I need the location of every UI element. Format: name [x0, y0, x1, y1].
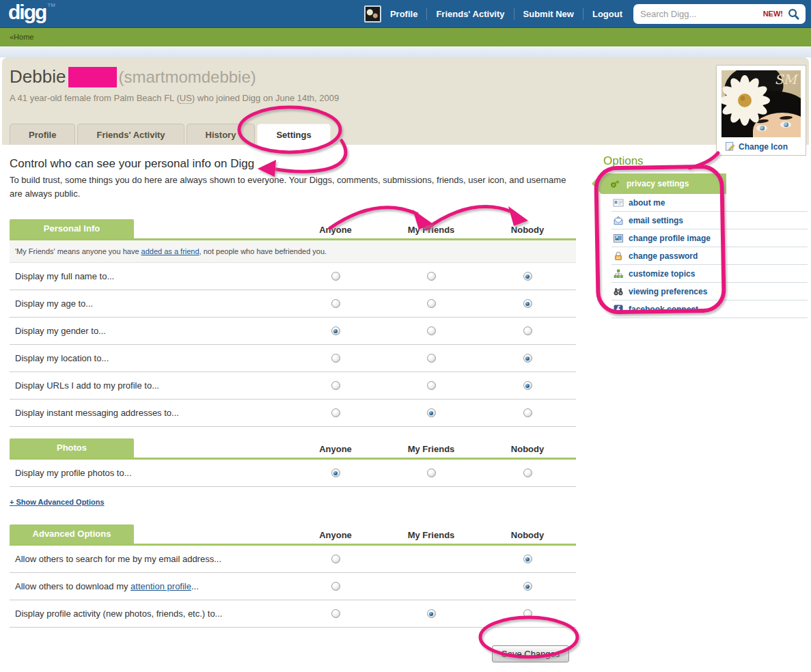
sidebar-item-label: customize topics — [629, 269, 695, 279]
nav-link-friends-activity[interactable]: Friends' Activity — [436, 9, 504, 19]
radio-nobody-allow-others-to-download[interactable] — [523, 582, 532, 591]
sidebar-item-viewing-preferences[interactable]: viewing preferences — [611, 283, 808, 300]
radio-anyone-allow-others-to-download[interactable] — [331, 582, 340, 591]
change-icon-link[interactable]: Change Icon — [721, 141, 801, 152]
added-as-a-friend-link[interactable]: added as a friend — [141, 247, 200, 255]
radio-anyone-display-my-profile-photo[interactable] — [331, 468, 340, 477]
intro-text: To build trust, some things you do here … — [10, 173, 573, 200]
sidebar-item-change-password[interactable]: change password — [611, 247, 808, 265]
radio-cell — [383, 272, 479, 281]
search-icon[interactable] — [787, 8, 800, 20]
image-icon — [613, 233, 624, 244]
nav-link-logout[interactable]: Logout — [592, 9, 622, 19]
radio-cell — [383, 609, 479, 618]
new-badge: NEW! — [763, 10, 783, 18]
radio-anyone-display-my-location-to[interactable] — [331, 354, 340, 363]
envelope-icon — [613, 215, 624, 226]
sidebar-item-label: change profile image — [629, 234, 711, 243]
breadcrumb[interactable]: «Home — [0, 28, 811, 46]
radio-nobody-display-profile-activity[interactable] — [523, 609, 532, 618]
sidebar-item-label: facebook connect — [629, 305, 698, 314]
radio-nobody-display-my-age-to[interactable] — [523, 299, 532, 308]
radio-anyone-display-my-full-name-to[interactable] — [331, 272, 340, 281]
radio-nobody-display-urls-i-add-to-my[interactable] — [523, 381, 532, 390]
radio-anyone-display-my-age-to[interactable] — [331, 299, 340, 308]
search-box[interactable]: NEW! — [633, 4, 806, 24]
header-divider-strip — [0, 46, 811, 57]
sidebar-item-label: about me — [629, 198, 665, 208]
attention-profile-link[interactable]: attention profile — [130, 581, 191, 591]
profile-avatar-image: SM — [721, 70, 801, 137]
privacy-row: Allow others to download my attention pr… — [10, 573, 576, 600]
radio-nobody-allow-others-to-search-f[interactable] — [523, 555, 532, 563]
sidebar-item-facebook-connect[interactable]: facebook connect — [611, 300, 808, 318]
user-avatar-thumb-icon[interactable] — [364, 5, 381, 23]
column-header-my-friends: My Friends — [383, 444, 479, 458]
trademark-symbol: TM — [47, 2, 55, 8]
radio-nobody-display-my-full-name-to[interactable] — [523, 272, 532, 281]
sidebar-item-privacy-settings[interactable]: privacy settings — [592, 173, 726, 194]
radio-nobody-display-my-profile-photo[interactable] — [523, 468, 532, 477]
radio-anyone-display-my-gender-to[interactable] — [331, 326, 340, 335]
radio-anyone-display-profile-activity[interactable] — [331, 609, 340, 618]
radio-my-friends-display-my-gender-to[interactable] — [427, 326, 436, 335]
nav-separator — [426, 8, 427, 20]
column-header-anyone: Anyone — [288, 530, 383, 544]
binoculars-icon — [613, 286, 624, 297]
sidebar-item-customize-topics[interactable]: customize topics — [611, 265, 808, 283]
country-abbrev[interactable]: US — [180, 93, 192, 104]
radio-anyone-display-instant-messagin[interactable] — [331, 408, 340, 417]
privacy-row: Display my gender to... — [10, 318, 576, 345]
tab-profile[interactable]: Profile — [10, 124, 75, 145]
nav-link-submit-new[interactable]: Submit New — [523, 9, 574, 19]
profile-tabs: ProfileFriends' ActivityHistorySettings — [10, 124, 331, 145]
radio-my-friends-display-my-location-to[interactable] — [427, 354, 436, 363]
show-advanced-options-link[interactable]: + Show Advanced Options — [10, 498, 105, 506]
radio-my-friends-display-instant-messagin[interactable] — [427, 408, 436, 417]
privacy-row: Display URLs I add to my profile to... — [10, 372, 576, 400]
save-changes-button[interactable]: Save Changes — [492, 645, 569, 662]
nav-separator — [514, 8, 514, 20]
options-sidebar: Options privacy settings about meemail s… — [591, 150, 811, 318]
avatar-monogram: SM — [775, 72, 797, 87]
radio-anyone-display-urls-i-add-to-my[interactable] — [331, 381, 340, 390]
column-header-my-friends: My Friends — [383, 225, 479, 238]
tab-history[interactable]: History — [187, 124, 256, 145]
sidebar-item-about-me[interactable]: about me — [611, 194, 808, 212]
radio-cell — [479, 555, 576, 563]
radio-cell — [383, 408, 479, 417]
sidebar-item-change-profile-image[interactable]: change profile image — [611, 229, 808, 247]
radio-cell — [383, 326, 479, 335]
radio-my-friends-display-my-age-to[interactable] — [427, 299, 436, 308]
radio-cell — [288, 582, 383, 591]
radio-my-friends-display-my-profile-photo[interactable] — [427, 468, 436, 477]
radio-my-friends-display-profile-activity[interactable] — [427, 609, 436, 618]
nav-link-profile[interactable]: Profile — [390, 9, 417, 19]
radio-cell — [479, 354, 576, 363]
sidebar-item-email-settings[interactable]: email settings — [611, 212, 808, 229]
key-icon — [609, 178, 620, 189]
radio-anyone-allow-others-to-search-f[interactable] — [331, 555, 340, 563]
daisy-flower — [721, 70, 771, 128]
radio-cell — [479, 381, 576, 390]
radio-cell — [383, 468, 479, 477]
tab-settings[interactable]: Settings — [257, 124, 330, 146]
radio-my-friends-display-urls-i-add-to-my[interactable] — [427, 381, 436, 390]
radio-cell — [288, 354, 383, 363]
facebook-icon — [613, 304, 624, 315]
privacy-row-label: Display my full name to... — [10, 271, 288, 281]
radio-nobody-display-my-location-to[interactable] — [523, 354, 532, 363]
radio-nobody-display-my-gender-to[interactable] — [523, 326, 532, 335]
radio-my-friends-display-my-full-name-to[interactable] — [427, 272, 436, 281]
radio-cell — [479, 272, 576, 281]
search-input[interactable] — [639, 8, 759, 20]
privacy-row: Allow others to search for me by my emai… — [10, 546, 576, 573]
digg-logo[interactable]: diggTM — [8, 2, 55, 23]
profile-first-name: Debbie — [10, 66, 66, 87]
top-navbar: diggTM ProfileFriends' ActivitySubmit Ne… — [0, 0, 811, 28]
radio-cell — [479, 609, 576, 618]
radio-nobody-display-instant-messagin[interactable] — [523, 408, 532, 417]
nav-separator — [583, 8, 583, 20]
privacy-row-label: Allow others to download my attention pr… — [10, 581, 288, 591]
tab-friends-activity[interactable]: Friends' Activity — [77, 124, 184, 145]
